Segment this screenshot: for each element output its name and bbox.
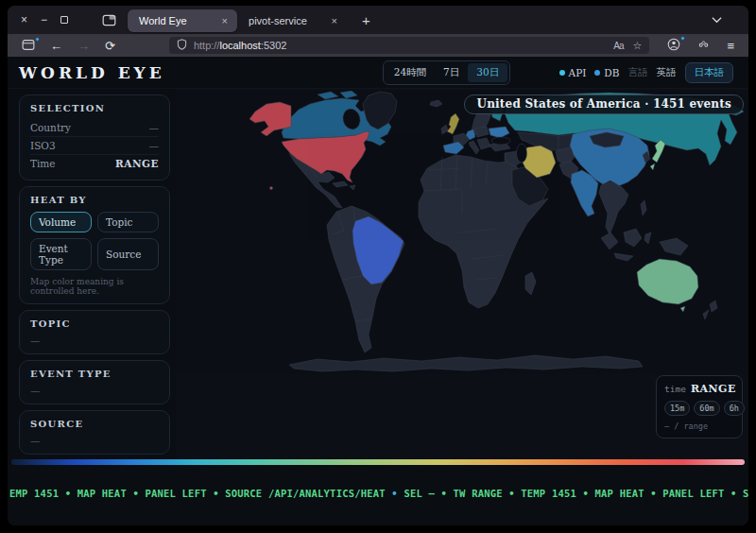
time-range-group: 24時間 7日 30日	[383, 60, 510, 85]
tab-world-eye[interactable]: World Eye ×	[128, 9, 237, 32]
tab-pivot-service[interactable]: pivot-service ×	[237, 9, 347, 32]
language-label: 言語	[628, 66, 648, 79]
map-tooltip: United States of America · 1451 events	[464, 95, 744, 114]
close-window-icon[interactable]: ×	[21, 14, 27, 26]
left-panel: SELECTION Country— ISO3— TimeRANGE	[8, 89, 176, 458]
country-usa-hawaii[interactable]	[269, 186, 272, 189]
topic-panel: TOPIC —	[19, 310, 170, 354]
panel-title: SELECTION	[30, 103, 159, 113]
close-tab-icon[interactable]: ×	[330, 15, 339, 26]
tab-title: World Eye	[139, 15, 187, 26]
selection-row-time: TimeRANGE	[30, 154, 159, 172]
url-bar[interactable]: http://localhost:5302 Aa ☆	[169, 37, 650, 54]
notification-dot	[35, 37, 40, 42]
translate-icon[interactable]: Aa	[613, 41, 623, 51]
panel-value: —	[30, 435, 159, 446]
heat-by-panel: HEAT BY Volume Topic Event Type Source M…	[19, 186, 170, 304]
back-button[interactable]: ←	[43, 40, 69, 52]
range-status: — / range	[664, 421, 734, 431]
shield-icon[interactable]	[177, 37, 187, 54]
world-map[interactable]	[176, 91, 748, 374]
time-range-panel: time RANGE 15m 60m 6h — / range	[656, 375, 743, 438]
range-60m-button[interactable]: 60m	[694, 401, 719, 416]
db-dot-icon	[594, 70, 600, 76]
selection-panel: SELECTION Country— ISO3— TimeRANGE	[19, 95, 170, 181]
list-all-tabs-chevron-icon[interactable]	[712, 16, 722, 24]
maximize-window-icon[interactable]	[60, 16, 68, 24]
close-tab-icon[interactable]: ×	[220, 15, 230, 26]
source-panel: SOURCE —	[19, 410, 170, 455]
tab-title: pivot-service	[249, 15, 307, 26]
heat-by-source-button[interactable]: Source	[97, 238, 159, 270]
new-tab-button[interactable]: +	[356, 12, 376, 28]
caspian-sea	[517, 144, 527, 163]
notification-dot	[680, 36, 685, 41]
app-header: WORLD EYE 24時間 7日 30日 API DB 言語 英語 日本語	[8, 57, 748, 89]
ticker-segment: EMP 1451 • MAP HEAT • PANEL LEFT • SOURC…	[9, 488, 391, 499]
menu-hamburger-icon[interactable]: ≡	[720, 40, 741, 52]
selection-row-country: Country—	[30, 118, 159, 136]
map-canvas[interactable]: United States of America · 1451 events t…	[176, 89, 748, 458]
tab-overview-icon[interactable]	[102, 14, 116, 26]
browser-titlebar: × − World Eye × pivot-service × +	[8, 6, 748, 34]
account-icon[interactable]	[661, 38, 687, 53]
heat-by-volume-button[interactable]: Volume	[30, 212, 92, 232]
heat-by-event-type-button[interactable]: Event Type	[30, 238, 92, 270]
range-15m-button[interactable]: 15m	[664, 401, 690, 416]
ticker-separator: •	[391, 488, 404, 499]
forward-button[interactable]: →	[71, 40, 96, 52]
language-english-button[interactable]: 英語	[657, 66, 677, 79]
range-title: RANGE	[691, 383, 736, 395]
legend-api[interactable]: API	[559, 67, 587, 78]
range-6h-button[interactable]: 6h	[724, 401, 745, 416]
selection-row-iso3: ISO3—	[30, 136, 159, 154]
firefox-view-icon[interactable]	[15, 39, 42, 53]
legend-db[interactable]: DB	[594, 67, 619, 78]
panel-title: HEAT BY	[30, 195, 159, 205]
extensions-icon[interactable]	[691, 39, 716, 53]
language-japanese-button[interactable]: 日本語	[685, 62, 734, 83]
heat-scale-gradient	[11, 459, 745, 465]
reload-button[interactable]: ⟳	[98, 40, 122, 52]
world-eye-page: WORLD EYE 24時間 7日 30日 API DB 言語 英語 日本語	[8, 57, 748, 525]
time-range-24h-button[interactable]: 24時間	[386, 63, 435, 82]
ticker-segment: SEL — • TW RANGE • TEMP 1451 • MAP HEAT …	[404, 488, 748, 499]
page-title: WORLD EYE	[19, 63, 165, 82]
black-sea	[491, 137, 510, 145]
range-prefix: time	[664, 384, 686, 394]
browser-navbar: ← → ⟳ http://localhost:5302 Aa ☆ ≡	[8, 34, 748, 57]
browser-window: × − World Eye × pivot-service × +	[8, 6, 748, 525]
panel-value: —	[30, 385, 159, 396]
url-text: http://localhost:5302	[194, 40, 286, 51]
minimize-window-icon[interactable]: −	[41, 14, 47, 26]
api-dot-icon	[559, 70, 565, 76]
heat-by-topic-button[interactable]: Topic	[97, 212, 159, 232]
time-range-30d-button[interactable]: 30日	[468, 63, 507, 82]
time-range-7d-button[interactable]: 7日	[435, 63, 468, 82]
status-ticker: EMP 1451 • MAP HEAT • PANEL LEFT • SOURC…	[8, 488, 748, 499]
bookmark-star-icon[interactable]: ☆	[633, 40, 643, 52]
panel-value: —	[30, 335, 159, 346]
heat-by-caption: Map color meaning is controlled here.	[30, 277, 159, 296]
event-type-panel: EVENT TYPE —	[19, 360, 170, 404]
